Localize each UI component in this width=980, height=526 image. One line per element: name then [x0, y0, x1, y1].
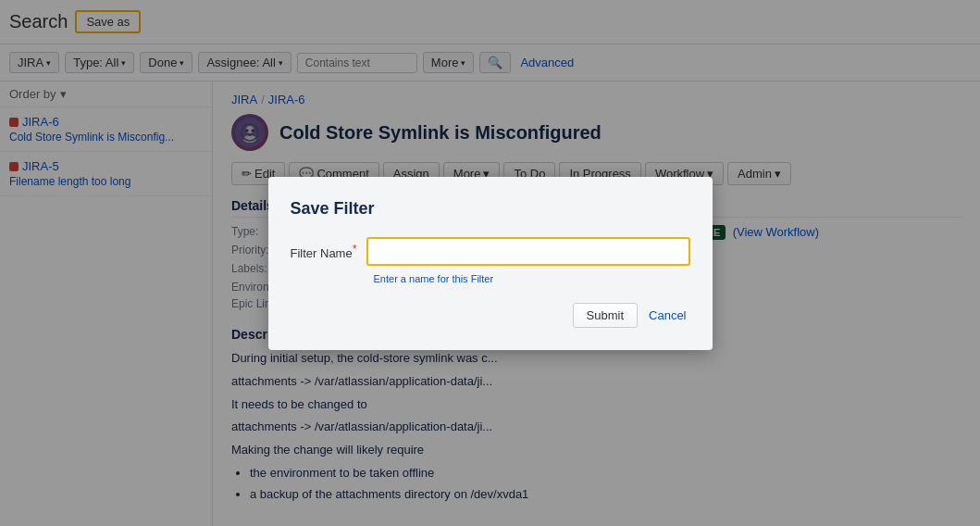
filter-name-label: Filter Name*	[291, 242, 357, 260]
modal-actions: Submit Cancel	[291, 303, 690, 328]
modal-field: Filter Name*	[291, 237, 690, 266]
modal-title: Save Filter	[291, 199, 690, 219]
modal-overlay: Save Filter Filter Name* Enter a name fo…	[0, 0, 980, 526]
filter-name-hint: Enter a name for this Filter	[374, 273, 690, 284]
save-filter-modal: Save Filter Filter Name* Enter a name fo…	[268, 177, 713, 350]
submit-button[interactable]: Submit	[573, 303, 638, 328]
filter-name-input[interactable]	[366, 237, 690, 266]
cancel-button[interactable]: Cancel	[645, 303, 689, 328]
